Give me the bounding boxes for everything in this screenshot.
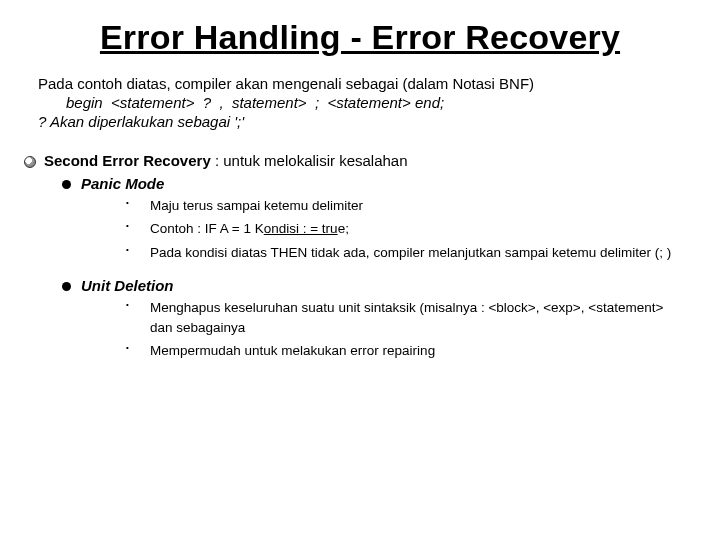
intro-text: Pada contoh diatas, compiler akan mengen… [38,75,682,92]
subsection-panic-mode: Panic Mode [62,175,682,192]
list-item: Maju terus sampai ketemu delimiter [126,196,682,216]
sphere-bullet-icon [24,156,36,168]
panic-mode-title: Panic Mode [81,175,164,192]
bnf-code-line: begin <statement> ? , statement> ; <stat… [66,94,682,111]
section-second-error-recovery: Second Error Recovery : untuk melokalisi… [24,152,682,169]
list-item: Mempermudah untuk melakukan error repair… [126,341,682,361]
example-cond: ondisi : = tru [264,221,338,236]
list-item: Pada kondisi diatas THEN tidak ada, comp… [126,243,682,263]
example-pre: Contoh : IF A = 1 K [150,221,264,236]
section-rest: : untuk melokalisir kesalahan [211,152,408,169]
section-lead: Second Error Recovery [44,152,211,169]
disc-bullet-icon [62,180,71,189]
unit-deletion-title: Unit Deletion [81,277,174,294]
example-post: e; [338,221,349,236]
subsection-unit-deletion: Unit Deletion [62,277,682,294]
list-item: Contoh : IF A = 1 Kondisi : = true; [126,219,682,239]
disc-bullet-icon [62,282,71,291]
list-item: Menghapus keseluruhan suatu unit sintaks… [126,298,682,339]
bnf-note-line: ? Akan diperlakukan sebagai ';' [38,113,682,130]
section-heading: Second Error Recovery : untuk melokalisi… [44,152,408,169]
panic-mode-list: Maju terus sampai ketemu delimiter Conto… [126,196,682,263]
unit-deletion-list: Menghapus keseluruhan suatu unit sintaks… [126,298,682,362]
page-title: Error Handling - Error Recovery [38,18,682,57]
